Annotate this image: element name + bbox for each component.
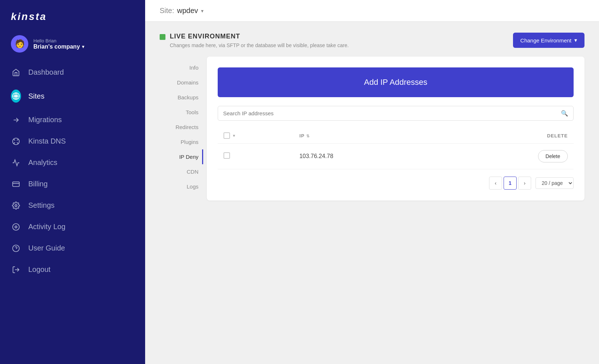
subnav-item-domains[interactable]: Domains [160, 75, 203, 90]
row-checkbox-cell [218, 144, 294, 169]
page-header: Site: wpdev ▾ [145, 0, 599, 22]
per-page-select[interactable]: 20 / page [536, 177, 574, 189]
sidebar-item-label: Settings [28, 201, 54, 210]
subnav-item-redirects[interactable]: Redirects [160, 120, 203, 135]
home-icon [11, 69, 21, 76]
sidebar-item-label: Sites [28, 92, 44, 100]
logo-text: kinsta [11, 11, 47, 22]
logout-icon [11, 266, 21, 274]
svg-point-5 [13, 223, 19, 230]
sidebar-item-label: Analytics [28, 158, 57, 167]
company-chevron-icon: ▾ [82, 44, 84, 49]
subnav-item-info[interactable]: Info [160, 60, 203, 75]
sub-navigation: Info Domains Backups Tools Redirects Plu… [160, 57, 203, 200]
checkbox-chevron-icon: ▾ [233, 133, 235, 138]
user-hello: Hello Brian [33, 38, 84, 44]
change-env-chevron-icon: ▾ [574, 37, 577, 44]
sidebar-item-label: Migrations [28, 116, 62, 124]
sidebar-item-label: Logout [28, 265, 50, 274]
ip-cell: 103.76.24.78 [294, 144, 440, 169]
sidebar-item-label: Kinsta DNS [28, 137, 66, 145]
pagination-prev-button[interactable]: ‹ [489, 177, 502, 190]
avatar: 🧑 [11, 35, 28, 53]
environment-banner: LIVE ENVIRONMENT Changes made here, via … [160, 33, 584, 49]
sidebar-item-label: Activity Log [28, 223, 65, 231]
change-environment-button[interactable]: Change Environment ▾ [513, 33, 584, 48]
sidebar-item-analytics[interactable]: Analytics [0, 152, 145, 173]
user-info: Hello Brian Brian's company ▾ [33, 38, 84, 50]
delete-cell: Delete [440, 144, 574, 169]
row-checkbox[interactable] [223, 152, 230, 159]
subnav-item-ip-deny[interactable]: IP Deny [160, 149, 203, 164]
sidebar-item-label: User Guide [28, 244, 65, 252]
main-nav: Dashboard Sites Migrations Kinsta DNS [0, 62, 145, 288]
sidebar-item-label: Dashboard [28, 68, 64, 76]
subnav-item-tools[interactable]: Tools [160, 105, 203, 120]
panel-area: Info Domains Backups Tools Redirects Plu… [160, 57, 584, 200]
add-ip-addresses-button[interactable]: Add IP Addresses [218, 67, 574, 97]
sidebar-item-settings[interactable]: Settings [0, 195, 145, 216]
ip-sort-icon[interactable]: ⇅ [306, 134, 310, 138]
analytics-icon [11, 159, 21, 167]
activity-icon [11, 223, 21, 231]
svg-point-6 [15, 226, 17, 228]
pagination-page-1-button[interactable]: 1 [504, 177, 517, 190]
env-description: Changes made here, via SFTP or the datab… [170, 42, 349, 49]
site-chevron-icon: ▾ [201, 8, 204, 14]
env-title: LIVE ENVIRONMENT [170, 33, 349, 40]
pagination-next-button[interactable]: › [518, 177, 531, 190]
sites-icon [11, 90, 21, 103]
table-row: 103.76.24.78 Delete [218, 144, 574, 169]
user-profile[interactable]: 🧑 Hello Brian Brian's company ▾ [0, 30, 145, 62]
subnav-item-logs[interactable]: Logs [160, 179, 203, 194]
site-label: Site: [160, 7, 174, 15]
subnav-item-cdn[interactable]: CDN [160, 164, 203, 179]
sidebar-item-label: Billing [28, 180, 48, 188]
settings-icon [11, 202, 21, 210]
logo: kinsta [0, 0, 145, 30]
sidebar: kinsta 🧑 Hello Brian Brian's company ▾ D… [0, 0, 145, 364]
search-icon: 🔍 [561, 110, 568, 117]
ip-deny-card: Add IP Addresses 🔍 ▾ [207, 57, 584, 200]
site-name: wpdev [177, 7, 198, 15]
page-content: LIVE ENVIRONMENT Changes made here, via … [145, 22, 599, 364]
sidebar-item-billing[interactable]: Billing [0, 173, 145, 195]
env-info: LIVE ENVIRONMENT Changes made here, via … [160, 33, 349, 49]
user-company: Brian's company ▾ [33, 44, 84, 50]
sidebar-item-migrations[interactable]: Migrations [0, 109, 145, 131]
svg-point-4 [15, 204, 17, 207]
guide-icon [11, 244, 21, 252]
sidebar-item-logout[interactable]: Logout [0, 259, 145, 280]
pagination: ‹ 1 › 20 / page [218, 177, 574, 190]
site-selector[interactable]: Site: wpdev ▾ [160, 7, 204, 15]
table-header-row: ▾ IP ⇅ DELETE [218, 128, 574, 144]
subnav-item-plugins[interactable]: Plugins [160, 135, 203, 149]
sidebar-item-activity-log[interactable]: Activity Log [0, 216, 145, 237]
sidebar-item-dashboard[interactable]: Dashboard [0, 62, 145, 83]
migrations-icon [11, 116, 21, 124]
select-all-checkbox[interactable] [223, 132, 230, 139]
dns-icon [11, 137, 21, 145]
search-input[interactable] [223, 110, 561, 116]
delete-button[interactable]: Delete [538, 150, 568, 162]
subnav-item-backups[interactable]: Backups [160, 90, 203, 105]
env-text: LIVE ENVIRONMENT Changes made here, via … [170, 33, 349, 49]
sidebar-item-kinsta-dns[interactable]: Kinsta DNS [0, 131, 145, 152]
billing-icon [11, 180, 21, 188]
svg-rect-2 [13, 182, 19, 186]
search-bar: 🔍 [218, 106, 574, 121]
col-delete-header: DELETE [440, 128, 574, 144]
main-content: Site: wpdev ▾ LIVE ENVIRONMENT Changes m… [145, 0, 599, 364]
ip-table: ▾ IP ⇅ DELETE [218, 128, 574, 169]
env-status-dot [160, 34, 165, 40]
col-checkbox: ▾ [218, 128, 294, 144]
sidebar-item-user-guide[interactable]: User Guide [0, 237, 145, 259]
sidebar-item-sites[interactable]: Sites [0, 83, 145, 109]
col-ip-header: IP ⇅ [294, 128, 440, 144]
